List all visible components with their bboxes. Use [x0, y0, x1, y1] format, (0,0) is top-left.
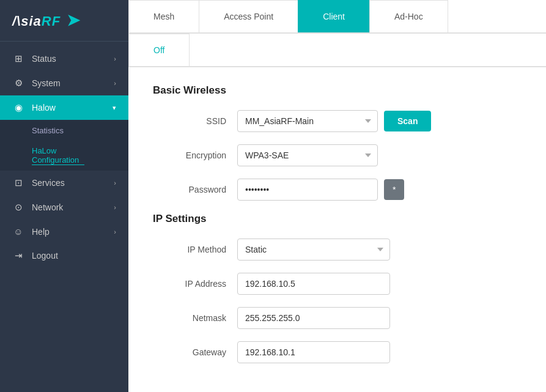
- help-icon: ☺: [12, 226, 24, 237]
- tab-mesh[interactable]: Mesh: [128, 0, 199, 32]
- ip-method-input-group: Static DHCP: [237, 239, 390, 261]
- toggle-password-button[interactable]: *: [384, 179, 404, 200]
- password-row: Password *: [153, 179, 522, 201]
- netmask-input[interactable]: [237, 307, 390, 329]
- tab-ad-hoc[interactable]: Ad-Hoc: [369, 0, 448, 32]
- main-content: Mesh Access Point Client Ad-Hoc Off Basi…: [128, 0, 546, 392]
- sidebar: /\siaRF ➤ ⊞ Status › ⚙ System › ◉ Halow …: [0, 0, 128, 392]
- ssid-label: SSID: [153, 116, 226, 126]
- sidebar-item-status[interactable]: ⊞ Status ›: [0, 46, 128, 71]
- ip-address-label: IP Address: [153, 279, 226, 289]
- sidebar-item-halow[interactable]: ◉ Halow ▾: [0, 95, 128, 120]
- gateway-row: Gateway: [153, 341, 522, 363]
- logo: /\siaRF ➤: [0, 0, 128, 42]
- tab-row-1: Mesh Access Point Client Ad-Hoc: [128, 0, 546, 34]
- chevron-right-icon: ›: [114, 204, 116, 211]
- sidebar-label-help: Help: [32, 227, 114, 237]
- chevron-right-icon: ›: [114, 228, 116, 235]
- ssid-select[interactable]: MM_AsiaRF-Main: [237, 110, 378, 132]
- tab-off[interactable]: Off: [128, 34, 190, 66]
- ip-address-row: IP Address: [153, 273, 522, 295]
- logo-text: /\siaRF ➤: [12, 11, 81, 30]
- sidebar-label-logout: Logout: [32, 251, 116, 261]
- halow-submenu: Statistics HaLow Configuration: [0, 120, 128, 171]
- sidebar-item-network[interactable]: ⊙ Network ›: [0, 195, 128, 220]
- tab-client[interactable]: Client: [298, 0, 370, 32]
- password-label: Password: [153, 185, 226, 194]
- statistics-label: Statistics: [32, 126, 64, 135]
- circle-icon: ◉: [12, 102, 24, 113]
- chevron-right-icon: ›: [114, 80, 116, 87]
- halow-config-label: HaLow Configuration: [32, 146, 84, 165]
- chevron-right-icon: ›: [114, 55, 116, 62]
- sidebar-item-services[interactable]: ⊡ Services ›: [0, 171, 128, 195]
- encryption-label: Encryption: [153, 150, 226, 160]
- basic-wireless-title: Basic Wireless: [153, 84, 522, 97]
- sidebar-item-system[interactable]: ⚙ System ›: [0, 71, 128, 95]
- sidebar-label-status: Status: [32, 54, 114, 64]
- sidebar-item-statistics[interactable]: Statistics: [0, 120, 128, 141]
- tab-access-point[interactable]: Access Point: [199, 0, 298, 32]
- ip-address-input-group: [237, 273, 390, 295]
- content-area: Basic Wireless SSID MM_AsiaRF-Main Scan …: [128, 67, 546, 392]
- grid-icon: ⊞: [12, 53, 24, 64]
- scan-button[interactable]: Scan: [384, 111, 431, 131]
- sidebar-item-help[interactable]: ☺ Help ›: [0, 220, 128, 243]
- netmask-label: Netmask: [153, 313, 226, 323]
- ip-address-input[interactable]: [237, 273, 390, 295]
- netmask-row: Netmask: [153, 307, 522, 329]
- gear-icon: ⚙: [12, 78, 24, 89]
- chevron-down-icon: ▾: [113, 104, 116, 112]
- gateway-input[interactable]: [237, 341, 390, 363]
- chevron-right-icon: ›: [114, 179, 116, 187]
- sidebar-label-services: Services: [32, 178, 114, 188]
- password-input[interactable]: [237, 179, 378, 201]
- sidebar-nav: ⊞ Status › ⚙ System › ◉ Halow ▾ Statisti…: [0, 42, 128, 392]
- ssid-row: SSID MM_AsiaRF-Main Scan: [153, 110, 522, 132]
- encryption-row: Encryption WPA3-SAE WPA2-PSK None: [153, 144, 522, 166]
- ip-settings-title: IP Settings: [153, 213, 522, 225]
- sidebar-label-system: System: [32, 78, 114, 88]
- sidebar-item-halow-configuration[interactable]: HaLow Configuration: [0, 141, 128, 171]
- ip-method-select[interactable]: Static DHCP: [237, 239, 390, 261]
- encryption-input-group: WPA3-SAE WPA2-PSK None: [237, 144, 378, 166]
- gateway-label: Gateway: [153, 347, 226, 357]
- password-input-group: *: [237, 179, 404, 201]
- ip-method-label: IP Method: [153, 245, 226, 254]
- gateway-input-group: [237, 341, 390, 363]
- services-icon: ⊡: [12, 177, 24, 188]
- ip-method-row: IP Method Static DHCP: [153, 239, 522, 261]
- tab-row-2: Off: [128, 34, 546, 67]
- network-icon: ⊙: [12, 202, 24, 213]
- sidebar-item-logout[interactable]: ⇥ Logout: [0, 243, 128, 268]
- logout-icon: ⇥: [12, 250, 24, 261]
- sidebar-label-halow: Halow: [32, 103, 113, 113]
- sidebar-label-network: Network: [32, 202, 114, 212]
- netmask-input-group: [237, 307, 390, 329]
- encryption-select[interactable]: WPA3-SAE WPA2-PSK None: [237, 144, 378, 166]
- ssid-input-group: MM_AsiaRF-Main Scan: [237, 110, 431, 132]
